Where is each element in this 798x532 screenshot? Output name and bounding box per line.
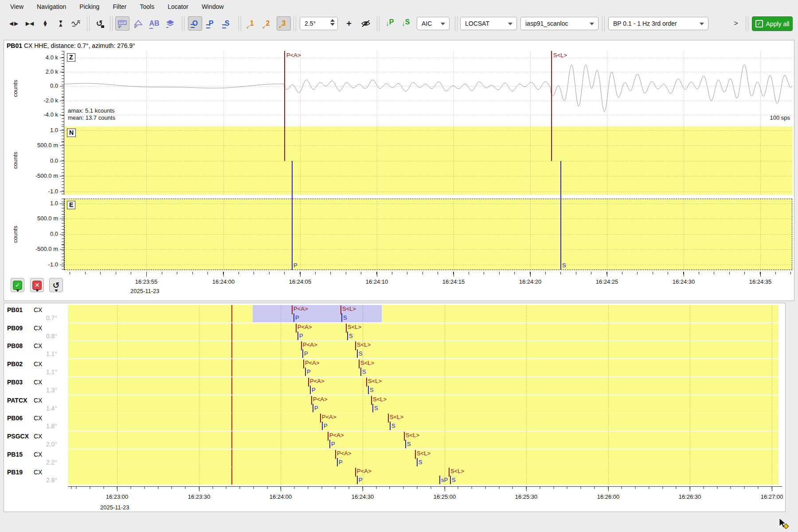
pick-marker-S<L>[interactable] (415, 450, 416, 459)
h-gridline (64, 101, 792, 101)
spinbox-arrows[interactable] (330, 19, 335, 26)
trace-row-pb02[interactable] (68, 359, 778, 376)
reject-pick-button[interactable]: ✕ (30, 278, 44, 292)
next-filter-button[interactable]: > (730, 16, 742, 31)
picker-algorithm-select[interactable]: AIC (417, 17, 450, 30)
pick-marker-P<A>[interactable] (303, 360, 304, 368)
menu-item-view[interactable]: View (4, 3, 30, 10)
h-gridline (64, 219, 792, 219)
remove-offset-button[interactable] (69, 16, 83, 31)
v-gridline (526, 395, 527, 413)
pick-marker-S<L>[interactable] (346, 324, 347, 332)
theoretical-arrival-P[interactable] (337, 458, 338, 466)
trace-row-patcx[interactable] (68, 395, 778, 413)
v-gridline (445, 359, 445, 376)
menu-item-filter[interactable]: Filter (106, 3, 133, 10)
pick-marker-P<A>[interactable] (355, 468, 356, 477)
pick-marker-S<L>[interactable] (551, 51, 552, 161)
pick-marker-S<L>[interactable] (355, 341, 356, 350)
confirm-pick-button[interactable]: ✓ (11, 278, 24, 292)
theoretical-arrival-S[interactable] (360, 368, 361, 376)
trace-row-pb01[interactable] (68, 305, 778, 322)
menu-item-tools[interactable]: Tools (133, 3, 161, 10)
theoretical-arrival-S[interactable] (417, 458, 418, 466)
trace-row-pb19[interactable] (68, 467, 778, 485)
v-gridline (445, 431, 445, 449)
theoretical-arrival-S[interactable] (450, 476, 451, 484)
menu-item-picking[interactable]: Picking (73, 3, 106, 10)
trace-row-psgcx[interactable] (68, 431, 778, 449)
undo-pick-button[interactable]: ↺ (49, 278, 63, 292)
theoretical-arrival-P[interactable] (329, 440, 330, 448)
pick-marker-P<A>[interactable] (284, 51, 285, 161)
pick-origin-mode-button[interactable]: O (188, 16, 202, 31)
theoretical-arrivals-button[interactable] (163, 16, 177, 31)
trace-row-pb03[interactable] (68, 377, 778, 395)
locator-profile-select[interactable]: iasp91_scanloc (520, 17, 598, 30)
menu-item-window[interactable]: Window (195, 3, 231, 10)
repick-3-button[interactable]: 3 ↙ (277, 16, 291, 31)
trace-row-pb06[interactable] (68, 413, 778, 430)
pick-marker-S<L>[interactable] (388, 414, 389, 422)
theoretical-arrival-P[interactable] (292, 161, 293, 270)
theoretical-arrival-S[interactable] (347, 332, 348, 340)
amplitude-scale-button[interactable]: ▲▼ (38, 16, 52, 31)
pick-marker-S<L>[interactable] (340, 305, 341, 314)
theoretical-arrival-S[interactable] (405, 440, 406, 448)
pick-p-arrival-button[interactable]: ↓ P (382, 16, 397, 31)
trace-row-pb08[interactable] (68, 341, 778, 358)
pick-marker-S<L>[interactable] (359, 360, 360, 368)
pick-marker-S<L>[interactable] (449, 468, 450, 477)
pick-marker-P<A>[interactable] (335, 450, 336, 459)
pick-marker-P<A>[interactable] (301, 341, 302, 350)
pick-s-arrival-button[interactable]: ↓ S (398, 16, 413, 31)
pick-marker-S<L>[interactable] (371, 396, 372, 405)
pick-marker-P<A>[interactable] (292, 305, 293, 314)
theoretical-arrival-P[interactable] (322, 422, 323, 430)
apply-all-button[interactable]: ✓ Apply all (752, 16, 793, 31)
v-gridline (760, 126, 761, 195)
pick-marker-S<L>[interactable] (404, 432, 405, 441)
theoretical-arrival-sP[interactable] (439, 476, 440, 484)
lock-rotation-button[interactable]: ↺ (92, 16, 106, 31)
filter-select[interactable]: BP 0.1 - 1 Hz 3rd order (608, 17, 708, 30)
pick-s-mode-button[interactable]: S (220, 16, 234, 31)
menu-item-navigation[interactable]: Navigation (30, 3, 73, 10)
theoretical-arrival-S[interactable] (368, 386, 369, 394)
theoretical-arrival-P[interactable] (297, 332, 298, 340)
pick-marker-P<A>[interactable] (320, 414, 321, 422)
component-trace-area-n[interactable] (64, 126, 792, 195)
pick-marker-P<A>[interactable] (311, 396, 312, 405)
theoretical-arrival-S[interactable] (372, 404, 373, 412)
theoretical-arrival-S[interactable] (390, 422, 391, 430)
trace-row-pb09[interactable] (68, 323, 778, 340)
locator-select[interactable]: LOCSAT (460, 17, 517, 30)
pick-marker-S<L>[interactable] (366, 378, 367, 387)
y-tick-mark (60, 101, 64, 101)
menu-item-locator[interactable]: Locator (161, 3, 195, 10)
theoretical-arrival-P[interactable] (313, 404, 313, 412)
hide-traces-button[interactable] (358, 16, 373, 31)
pick-marker-P<A>[interactable] (296, 324, 297, 332)
theoretical-arrival-S[interactable] (341, 313, 342, 322)
theoretical-arrival-S[interactable] (357, 349, 358, 358)
fit-horizontal-button[interactable]: ◀▶ (7, 16, 21, 31)
add-station-button[interactable]: + (342, 16, 356, 31)
theoretical-arrival-P[interactable] (302, 349, 303, 358)
theoretical-arrival-P[interactable] (293, 313, 294, 322)
center-on-pick-button[interactable]: ▶◀ (23, 16, 37, 31)
polarity-tool-button[interactable] (131, 16, 145, 31)
repick-1-button[interactable]: 1 ↙ (245, 16, 259, 31)
pick-marker-P<A>[interactable] (328, 432, 329, 441)
theoretical-arrival-S[interactable] (560, 161, 561, 270)
theoretical-arrival-P[interactable] (357, 476, 358, 484)
theoretical-arrival-P[interactable] (305, 368, 306, 376)
uncertainty-tool-button[interactable]: AB (147, 16, 161, 31)
angle-spinbox[interactable]: 2.5° (300, 17, 338, 30)
ruler-tool-button[interactable] (115, 16, 129, 31)
pick-marker-P<A>[interactable] (308, 378, 309, 387)
pick-p-mode-button[interactable]: P (204, 16, 218, 31)
time-window-button[interactable]: ▼▲ (54, 16, 68, 31)
repick-2-button[interactable]: 2 ↙ (261, 16, 275, 31)
theoretical-arrival-P[interactable] (310, 386, 311, 394)
